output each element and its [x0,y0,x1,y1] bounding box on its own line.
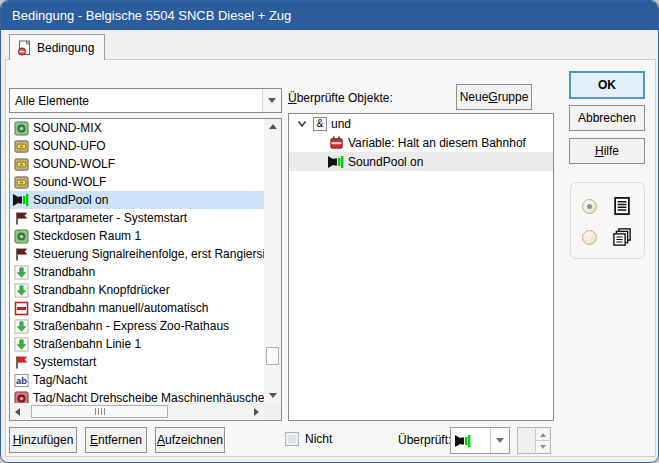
speaker-icon [13,192,29,208]
vertical-scroll-thumb[interactable] [266,347,279,365]
list-item-label: Strandbahn [33,265,95,279]
list-item-label: Strandbahn Knopfdrücker [33,283,170,297]
chevron-down-icon[interactable] [295,117,309,131]
flag-red-icon [13,354,29,370]
list-item-label: Straßenbahn Linie 1 [33,337,141,351]
checkbox-inner [288,435,296,443]
list-item-label: Startparameter - Systemstart [33,211,187,225]
list-item-label: Systemstart [33,355,96,369]
spinner-up-icon [540,433,546,437]
new-group-button[interactable]: Neue Gruppe [456,84,532,110]
spinner-up-button[interactable] [536,429,549,441]
arrow-green-icon [13,318,29,334]
list-item[interactable]: SOUND-UFO [10,137,264,155]
checked-dropdown-button[interactable] [490,428,509,453]
spinner-down-button[interactable] [536,441,549,452]
arrow-green-icon [13,264,29,280]
remove-button[interactable]: Entfernen [85,427,147,453]
titlebar: Bedingung - Belgische 5504 SNCB Diesel +… [1,1,658,30]
scroll-left-button[interactable] [10,403,25,420]
contact-green-icon [13,120,29,136]
contact-red-icon [13,390,29,403]
list-item[interactable]: SOUND-MIX [10,119,264,137]
tree-root-row[interactable]: & und [289,114,553,133]
list-item[interactable]: Sound-WOLF [10,173,264,191]
list-item[interactable]: Strandbahn [10,263,264,281]
checked-value [451,428,490,453]
list-item-label: Steuerung Signalreihenfolge, erst Rangie… [33,247,264,261]
add-button[interactable]: Hinzufügen [9,427,77,453]
view-mode-groupbox [570,182,645,259]
help-button[interactable]: Hilfe [569,138,645,164]
tab-label: Bedingung [37,41,94,55]
tab-bedingung[interactable]: Bedingung [9,34,105,60]
scroll-right-icon [254,408,259,416]
filter-dropdown-button[interactable] [262,89,281,112]
list-item-label: Tag/Nacht Drehscheibe Maschinenhäuscher [33,391,264,403]
sound-box-icon [13,138,29,154]
scroll-left-icon [15,408,20,416]
list-item[interactable]: Tag/Nacht Drehscheibe Maschinenhäuscher [10,389,264,403]
radio-stacked-view[interactable] [582,230,597,245]
list-item[interactable]: abTag/Nacht [10,371,264,389]
scroll-down-button[interactable] [264,388,281,403]
list-item-label: SOUND-WOLF [33,157,115,171]
tree-children: Variable: Halt an diesem BahnhofSoundPoo… [289,133,553,171]
list-item[interactable]: Steckdosen Raum 1 [10,227,264,245]
list-item-label: SOUND-MIX [33,121,102,135]
list-item[interactable]: Startparameter - Systemstart [10,209,264,227]
radio-dot [587,204,592,209]
horizontal-scroll-thumb[interactable] [31,405,168,418]
tree-root-label: und [331,117,351,131]
list-item[interactable]: Strandbahn manuell/automatisch [10,299,264,317]
horizontal-scrollbar[interactable] [10,403,264,420]
and-operator-icon: & [313,117,327,131]
contact-green-icon [13,228,29,244]
list-item-label: Strandbahn manuell/automatisch [33,301,208,315]
variable-icon [328,135,344,151]
ab-icon: ab [13,372,29,388]
list-item[interactable]: Straßenbahn - Express Zoo-Rathaus [10,317,264,335]
arrow-green-icon [13,336,29,352]
cancel-button[interactable]: Abbrechen [569,105,645,131]
speaker-icon [455,433,471,449]
sign-red-icon [13,300,29,316]
list-item[interactable]: SoundPool on [10,191,264,209]
list-item[interactable]: Systemstart [10,353,264,371]
tree-item[interactable]: Variable: Halt an diesem Bahnhof [289,133,553,152]
value-spinner [517,427,551,454]
tree-item-label: Variable: Halt an diesem Bahnhof [348,136,526,150]
checked-label: Überprüft: [398,433,451,447]
list-item[interactable]: SOUND-WOLF [10,155,264,173]
not-label: Nicht [305,432,332,446]
scroll-up-icon [269,124,277,129]
list-item[interactable]: Steuerung Signalreihenfolge, erst Rangie… [10,245,264,263]
flag-dark-icon [13,246,29,262]
scrollbar-corner [264,403,281,420]
flag-dark-icon [13,210,29,226]
list-item-label: Straßenbahn - Express Zoo-Rathaus [33,319,229,333]
chevron-down-icon [268,98,276,103]
elements-list: SOUND-MIXSOUND-UFOSOUND-WOLFSound-WOLFSo… [9,118,282,421]
list-item-label: Steckdosen Raum 1 [33,229,141,243]
list-item[interactable]: Straßenbahn Linie 1 [10,335,264,353]
svg-text:ab: ab [16,375,27,385]
window-title: Bedingung - Belgische 5504 SNCB Diesel +… [12,8,291,23]
not-checkbox[interactable] [285,432,299,446]
list-item[interactable]: Strandbahn Knopfdrücker [10,281,264,299]
speaker-icon [328,154,344,170]
scroll-right-button[interactable] [249,403,264,420]
filter-value: Alle Elemente [10,94,262,108]
objects-tree: & und Variable: Halt an diesem BahnhofSo… [288,113,554,421]
radio-single-view[interactable] [582,199,597,214]
chevron-down-icon [496,438,504,443]
checked-combobox[interactable] [450,427,510,454]
scroll-up-button[interactable] [264,119,281,134]
filter-combobox[interactable]: Alle Elemente [9,88,282,113]
record-button[interactable]: Aufzeichnen [155,427,225,453]
sound-box-icon [13,156,29,172]
list-item-label: Sound-WOLF [33,175,106,189]
tree-item[interactable]: SoundPool on [289,152,553,171]
ok-button[interactable]: OK [569,71,645,99]
vertical-scrollbar[interactable] [264,119,281,403]
